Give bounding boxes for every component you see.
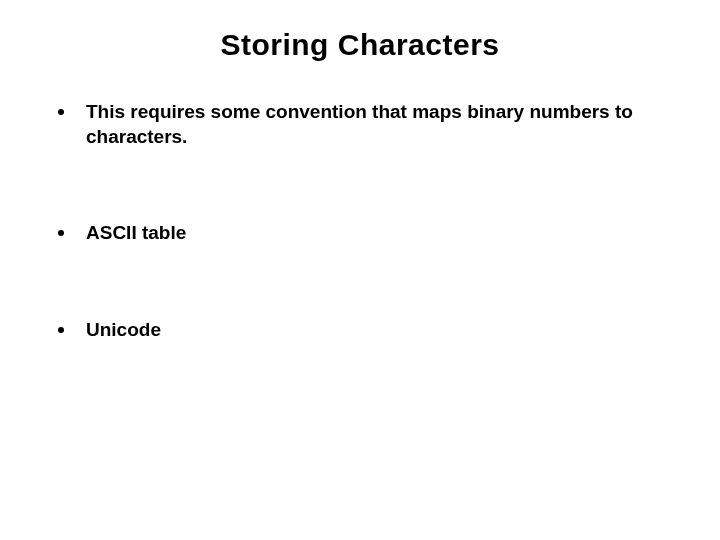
bullet-list: This requires some convention that maps … [50, 100, 670, 343]
slide: Storing Characters This requires some co… [0, 0, 720, 540]
bullet-text: ASCII table [86, 221, 670, 246]
list-item: This requires some convention that maps … [50, 100, 670, 149]
bullet-text: Unicode [86, 318, 670, 343]
list-item: ASCII table [50, 221, 670, 246]
bullet-icon [58, 327, 64, 333]
list-item: Unicode [50, 318, 670, 343]
bullet-icon [58, 230, 64, 236]
bullet-icon [58, 109, 64, 115]
bullet-text: This requires some convention that maps … [86, 100, 670, 149]
slide-title: Storing Characters [50, 28, 670, 62]
